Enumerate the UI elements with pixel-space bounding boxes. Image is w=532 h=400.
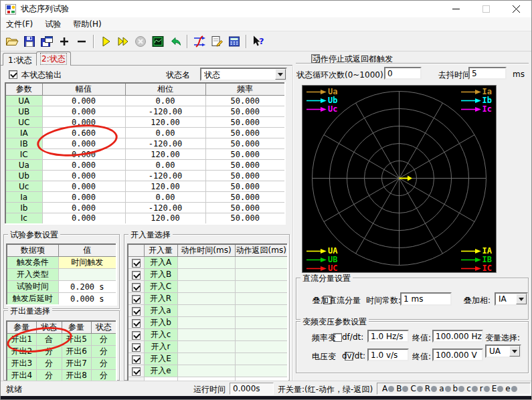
value-cell[interactable]: 50.000 [205, 171, 285, 181]
value-cell[interactable]: 50.000 [205, 106, 285, 117]
value-cell[interactable]: 0.00 [125, 128, 205, 138]
value-cell[interactable]: 0.00 [125, 192, 205, 203]
value-cell[interactable]: 0.000 [42, 160, 125, 171]
dfdt-input[interactable]: 1.0 Hz/s [367, 330, 409, 342]
combo-dropdown-button[interactable] [275, 69, 286, 80]
calculator-button[interactable] [226, 33, 243, 50]
output-state[interactable]: 分 [91, 358, 116, 370]
value-cell[interactable]: -120.00 [125, 138, 205, 149]
arrow-icon [306, 248, 327, 254]
output-state[interactable]: 分 [91, 334, 116, 346]
volt-end-input[interactable]: 100.000 V [432, 348, 483, 361]
value-cell[interactable]: 50.000 [205, 160, 285, 171]
input-checkbox[interactable] [132, 307, 141, 316]
value-cell[interactable]: 0.000 [42, 213, 125, 224]
context-help-button[interactable]: ? [250, 33, 267, 50]
value-cell[interactable]: 50.000 [205, 213, 285, 224]
freq-end-input[interactable]: 100.000 Hz [432, 330, 483, 342]
value-cell[interactable]: 0.000 [42, 117, 125, 128]
value-cell[interactable]: 50.000 [205, 96, 285, 106]
menu-help[interactable]: 帮助(H) [68, 17, 108, 31]
maximize-button[interactable] [471, 1, 501, 17]
input-checkbox[interactable] [132, 331, 141, 340]
value-cell[interactable]: 120.00 [125, 181, 205, 192]
output-state[interactable]: 分 [36, 346, 62, 358]
var-select-combobox[interactable]: UA [485, 344, 521, 358]
value-cell[interactable]: -120.00 [125, 171, 205, 181]
value-cell[interactable]: 120.00 [125, 117, 205, 128]
value-cell[interactable]: -120.00 [125, 106, 205, 117]
input-checkbox[interactable] [132, 367, 141, 376]
calculator-icon [228, 35, 241, 48]
start-button[interactable] [97, 33, 114, 50]
combo-dropdown-button[interactable] [509, 346, 520, 357]
output-state[interactable]: 分 [91, 346, 116, 358]
value-cell[interactable]: 时间触发 [58, 257, 116, 269]
loop-count-input[interactable]: 0 [384, 67, 422, 80]
value-cell[interactable]: 0.000 [42, 96, 125, 106]
close-button[interactable] [501, 1, 531, 17]
arrow-icon [461, 106, 481, 112]
dc-tc-input[interactable]: 1 ms [400, 292, 452, 306]
value-cell[interactable]: 50.000 [205, 181, 285, 192]
value-cell[interactable]: 0.000 [42, 106, 125, 117]
menu-test[interactable]: 试验 [39, 17, 68, 31]
output-state[interactable]: 合 [36, 334, 62, 346]
stop-button[interactable] [132, 33, 149, 50]
value-cell[interactable]: 0.000 [42, 181, 125, 192]
dvdt-input[interactable]: 1.0 v/s [367, 348, 409, 361]
vertical-divider [292, 66, 294, 381]
value-cell[interactable]: 0.000 [42, 171, 125, 181]
report-edit-button[interactable] [208, 33, 226, 50]
value-cell[interactable]: 50.000 [205, 138, 285, 149]
value-cell[interactable]: 0.600 [42, 128, 125, 138]
value-cell[interactable]: -120.00 [125, 203, 205, 213]
value-cell[interactable]: 0.00 [125, 96, 205, 106]
input-checkbox[interactable] [132, 283, 141, 292]
value-cell[interactable]: 50.000 [205, 203, 285, 213]
switch-legend: 开关量:(红-动作，绿-返回) [278, 384, 373, 395]
value-cell[interactable]: 50.000 [205, 149, 285, 160]
debounce-input[interactable]: 5 [468, 67, 507, 80]
state-name-combobox[interactable]: 状态 [200, 68, 287, 81]
input-checkbox[interactable] [132, 271, 141, 280]
input-checkbox[interactable] [132, 295, 141, 304]
tab-state-1[interactable]: 1:状态 [3, 53, 37, 66]
undo-button[interactable] [167, 33, 184, 50]
value-cell[interactable]: 50.000 [205, 128, 285, 138]
value-cell[interactable]: 0.000 [42, 192, 125, 203]
value-cell[interactable]: 50.000 [205, 192, 285, 203]
value-cell[interactable] [58, 269, 116, 281]
value-cell[interactable]: 0.000 [42, 138, 125, 149]
value-cell[interactable]: 0.200 s [58, 281, 116, 293]
menu-file[interactable]: 文件(F) [1, 17, 39, 31]
tab-state-2[interactable]: 2:状态 [36, 52, 71, 66]
input-checkbox[interactable] [132, 319, 141, 328]
input-checkbox[interactable] [132, 343, 141, 352]
combo-dropdown-button[interactable] [516, 294, 527, 304]
value-cell[interactable]: 50.000 [205, 117, 285, 128]
value-cell[interactable]: 0.000 [42, 149, 125, 160]
remove-state-button[interactable] [73, 33, 90, 50]
input-checkbox[interactable] [132, 259, 141, 268]
phasor-diagram: Ua Ub Uc Ia Ib Ic UA UB UC IA IB IC [302, 85, 497, 273]
value-cell[interactable]: 120.00 [125, 149, 205, 160]
vector-graph-button[interactable] [191, 33, 208, 50]
save-report-button[interactable] [38, 33, 56, 50]
output-state[interactable]: 分 [36, 358, 62, 370]
value-cell[interactable]: 0.000 [42, 203, 125, 213]
input-checkbox[interactable] [132, 355, 141, 364]
value-cell[interactable]: 0.000 s [58, 293, 116, 306]
value-cell[interactable]: 0.00 [125, 160, 205, 171]
open-button[interactable] [3, 33, 21, 50]
fast-forward-button[interactable] [114, 33, 132, 50]
value-cell[interactable]: 120.00 [125, 213, 205, 224]
input-name: 开入B [144, 269, 177, 281]
state-output-checkbox[interactable] [9, 70, 17, 79]
save-button[interactable] [21, 33, 38, 50]
minimize-button[interactable] [441, 1, 471, 17]
waveform-display-button[interactable] [149, 33, 167, 50]
dc-phase-combobox[interactable]: IA [495, 292, 528, 306]
op-time-cell [177, 257, 235, 269]
add-state-button[interactable] [56, 33, 73, 50]
